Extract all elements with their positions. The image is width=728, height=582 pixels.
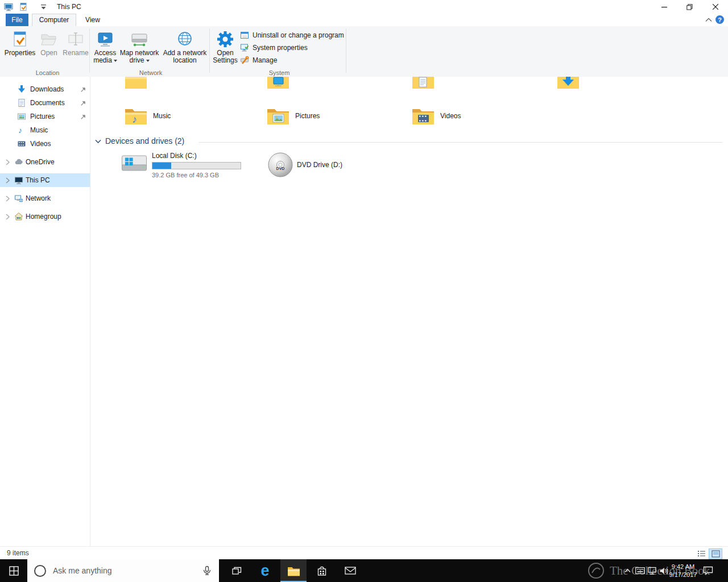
map-network-drive-button[interactable]: Map network drive <box>118 28 160 73</box>
chevron-right-icon[interactable] <box>5 196 10 202</box>
chevron-right-icon[interactable] <box>5 159 10 165</box>
minimize-ribbon-icon[interactable] <box>705 18 712 22</box>
sidebar-item-label: Downloads <box>30 82 64 96</box>
file-explorer-icon <box>287 566 300 576</box>
taskbar: 9:42 AM 9/17/2017 <box>0 559 728 582</box>
uninstall-program-icon <box>240 31 249 40</box>
large-icons-view-toggle[interactable] <box>709 548 722 559</box>
mail-button[interactable] <box>337 559 363 582</box>
taskbar-search[interactable] <box>27 559 219 582</box>
clock-date: 9/17/2017 <box>669 571 697 579</box>
access-media-button[interactable]: Access media <box>92 28 118 73</box>
folder-tile-pictures[interactable]: Pictures <box>262 103 403 128</box>
videos-folder-icon <box>412 107 435 126</box>
manage-label: Manage <box>253 56 277 64</box>
qat-properties-icon[interactable] <box>19 2 28 11</box>
folder-tile-music[interactable]: ♪ Music <box>120 103 261 128</box>
rename-button[interactable]: Rename <box>63 28 89 73</box>
system-properties-button[interactable]: System properties <box>240 42 308 53</box>
search-input[interactable] <box>52 566 196 576</box>
sidebar-item-label: Homegroup <box>26 210 61 223</box>
restore-button[interactable] <box>677 0 702 14</box>
sidebar-item-label: Music <box>30 123 48 137</box>
folder-tile-videos[interactable]: Videos <box>407 103 548 128</box>
microphone-icon[interactable] <box>202 566 212 576</box>
status-bar: 9 items <box>0 546 728 560</box>
documents-icon <box>17 98 26 107</box>
file-explorer-button[interactable] <box>280 559 307 582</box>
cortana-icon <box>34 565 46 577</box>
svg-text:♪: ♪ <box>132 114 137 125</box>
properties-button[interactable]: Properties <box>6 28 34 73</box>
chevron-down-icon[interactable] <box>95 139 101 144</box>
devices-and-drives-header[interactable]: Devices and drives (2) <box>90 135 728 148</box>
sidebar-item-downloads[interactable]: Downloads <box>0 82 90 96</box>
minimize-button[interactable] <box>651 0 677 14</box>
videos-icon <box>17 139 26 148</box>
open-button[interactable]: Open <box>36 28 61 73</box>
network-icon <box>14 194 23 203</box>
sidebar-item-documents[interactable]: Documents <box>0 96 90 110</box>
action-center-icon[interactable] <box>702 559 714 582</box>
sidebar-item-onedrive[interactable]: OneDrive <box>0 155 90 169</box>
folder-label: Pictures <box>295 112 320 120</box>
sidebar-item-label: Pictures <box>30 110 55 123</box>
sidebar-item-homegroup[interactable]: Homegroup <box>0 210 90 223</box>
chevron-right-icon[interactable] <box>5 214 10 220</box>
pin-icon <box>80 100 86 106</box>
uninstall-program-button[interactable]: Uninstall or change a program <box>240 30 344 41</box>
close-button[interactable] <box>702 0 728 14</box>
details-view-toggle[interactable] <box>695 548 708 558</box>
sidebar-item-music[interactable]: ♪ Music <box>0 123 90 137</box>
task-view-button[interactable] <box>224 559 250 582</box>
ribbon-group-network: Access media Map network drive Add a net… <box>92 26 209 77</box>
clock-time: 9:42 AM <box>672 563 694 571</box>
dvd-drive-icon: DVD <box>267 152 293 178</box>
properties-label: Properties <box>5 49 36 57</box>
touch-keyboard-icon[interactable] <box>634 559 646 582</box>
sidebar-item-this-pc[interactable]: This PC <box>0 173 90 187</box>
pictures-icon <box>17 112 26 121</box>
item-count-label: 9 items <box>7 547 29 560</box>
folder-label: Music <box>153 112 171 120</box>
properties-icon <box>11 29 29 49</box>
manage-button[interactable]: Manage <box>240 55 277 66</box>
sidebar-item-pictures[interactable]: Pictures <box>0 110 90 123</box>
network-tray-icon[interactable] <box>646 559 659 582</box>
ribbon: Properties Open Rename Location Access m… <box>0 26 728 77</box>
tab-file[interactable]: File <box>6 14 28 26</box>
app-icon[interactable] <box>4 2 13 11</box>
drive-tile-local-disk-c[interactable]: Local Disk (C:) 39.2 GB free of 49.3 GB <box>120 151 245 181</box>
homegroup-icon <box>14 212 23 221</box>
sidebar-item-videos[interactable]: Videos <box>0 137 90 151</box>
window-title: This PC <box>57 0 81 14</box>
file-list-area: ♪ Music Pictures Videos Devices and driv… <box>90 77 728 546</box>
taskbar-clock[interactable]: 9:42 AM 9/17/2017 <box>667 559 700 582</box>
sidebar-item-network[interactable]: Network <box>0 192 90 205</box>
chevron-right-icon[interactable] <box>5 177 10 184</box>
ribbon-separator <box>89 28 90 73</box>
downloads-icon <box>17 85 26 94</box>
start-button[interactable] <box>0 559 27 582</box>
desktop-folder-icon-partial[interactable] <box>267 77 289 90</box>
tab-computer[interactable]: Computer <box>32 14 76 27</box>
devices-header-label: Devices and drives (2) <box>105 136 184 146</box>
add-network-location-button[interactable]: Add a network location <box>162 28 208 73</box>
store-button[interactable] <box>309 559 335 582</box>
tab-view[interactable]: View <box>78 14 107 26</box>
help-icon[interactable] <box>715 15 724 24</box>
ribbon-group-system: Open Settings Uninstall or change a prog… <box>213 26 346 77</box>
qat-customize-dropdown-icon[interactable] <box>40 3 48 11</box>
capacity-bar <box>152 162 241 169</box>
drive-free-space-text: 39.2 GB free of 49.3 GB <box>152 172 241 178</box>
music-icon: ♪ <box>17 126 26 135</box>
documents-folder-icon-partial[interactable] <box>412 77 435 90</box>
folder-icon-partial[interactable] <box>125 77 147 90</box>
edge-button[interactable] <box>252 559 278 582</box>
group-label-location: Location <box>6 69 89 76</box>
open-settings-button[interactable]: Open Settings <box>213 28 238 73</box>
downloads-folder-icon-partial[interactable] <box>557 77 580 90</box>
tray-chevron-up-icon[interactable] <box>621 559 634 582</box>
drive-tile-dvd-d[interactable]: DVD DVD Drive (D:) <box>265 151 390 181</box>
ribbon-separator <box>346 28 346 73</box>
